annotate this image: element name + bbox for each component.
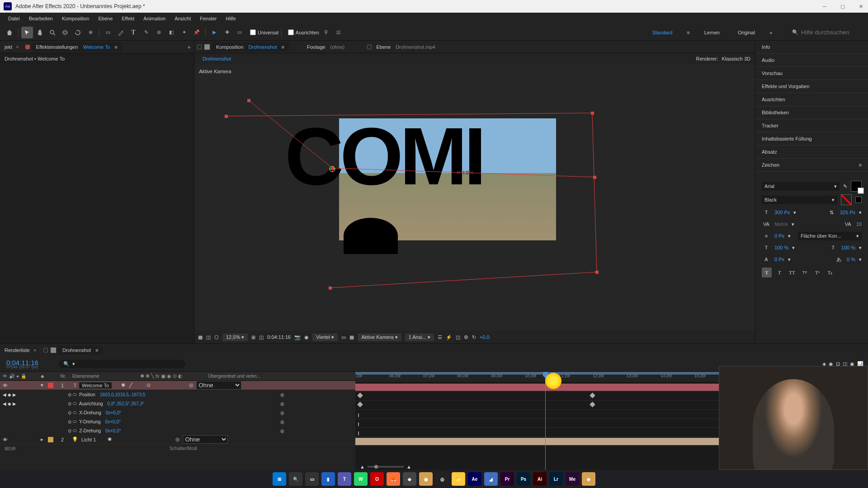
toggle-switches-icon[interactable]: ⚙ [12, 446, 16, 451]
transparency-icon[interactable]: ▦ [349, 334, 354, 340]
mode-more-icon[interactable]: » [769, 30, 772, 35]
vscale-value[interactable]: 100 % [841, 245, 855, 250]
home-button[interactable] [4, 27, 15, 38]
mode-lernen[interactable]: Lernen [701, 28, 723, 37]
stroke-swatch[interactable] [841, 194, 852, 205]
keyframe-nav-icon[interactable]: ⬭ [73, 419, 77, 424]
switch-column-icon[interactable]: fx [156, 373, 160, 379]
switches-modes-label[interactable]: Schalter/Modi [170, 446, 197, 451]
alpha-icon[interactable]: ▦ [198, 334, 203, 340]
lock-column-icon[interactable]: 🔒 [21, 374, 26, 379]
font-size-value[interactable]: 300 Px [774, 210, 790, 215]
toggle-switches-icon[interactable]: ⊞ [5, 446, 8, 451]
pan-behind-tool[interactable]: ⊕ [85, 27, 96, 38]
property-row[interactable]: ⊙ ⬭ X-Drehung0x+0,0°◎ [0, 408, 355, 417]
menu-datei[interactable]: Datei [4, 14, 24, 23]
italic-button[interactable]: T [774, 267, 784, 277]
ausrichten-checkbox[interactable] [288, 29, 294, 35]
panel-overflow-icon[interactable]: » [184, 44, 194, 50]
tab-project[interactable]: jekt× [0, 42, 24, 52]
switch-column-icon[interactable]: ▣ [161, 373, 165, 379]
mode-standard[interactable]: Standard [649, 28, 676, 37]
panel-vorschau[interactable]: Vorschau [755, 67, 868, 80]
property-row[interactable]: ⊙ ⬭ Y-Drehung0x+0,0°◎ [0, 417, 355, 426]
lock-icon[interactable] [25, 45, 30, 49]
eraser-tool[interactable]: ◧ [165, 27, 177, 38]
tab-layer[interactable]: Ebene Drohnenshot.mp4 [363, 42, 439, 52]
menu-bearbeiten[interactable]: Bearbeiten [24, 14, 57, 23]
taskbar-app2[interactable]: ◉ [419, 472, 433, 486]
pickwhip-icon[interactable]: ◎ [280, 428, 284, 433]
property-value[interactable]: 0x+0,0° [106, 410, 121, 415]
audio-column-icon[interactable]: 🔊 [9, 374, 14, 379]
panel-inhaltsbasierte-füllung[interactable]: Inhaltsbasierte Füllung [755, 132, 868, 145]
panel-absatz[interactable]: Absatz [755, 145, 868, 159]
view-axis-tool[interactable]: ▭ [234, 27, 245, 38]
tab-composition[interactable]: Komposition Drohnenshot ≡ [212, 42, 289, 52]
switch-column-icon[interactable]: ◉ [167, 373, 171, 379]
stopwatch-icon[interactable]: ⊙ [68, 401, 71, 406]
reset-exposure-icon[interactable]: ↻ [472, 334, 476, 340]
mode-menu-icon[interactable]: ≡ [687, 30, 689, 35]
layername-column-header[interactable]: Ebenenname [72, 374, 140, 379]
zeichen-header[interactable]: Zeichen ≡ [755, 159, 868, 172]
property-value[interactable]: 1603,0,1016,5,-1873,5 [100, 392, 146, 397]
tsume-value[interactable]: 0 % [847, 257, 855, 262]
property-value[interactable]: 0x+0,0° [105, 419, 121, 424]
taskbar-illustrator[interactable]: Ai [533, 472, 547, 486]
pickwhip-icon[interactable]: ◎ [280, 392, 284, 397]
switch-column-icon[interactable]: ╲ [151, 373, 154, 379]
orbit-tool[interactable] [59, 27, 71, 38]
menu-animation[interactable]: Animation [139, 14, 170, 23]
panel-menu-icon[interactable]: ≡ [859, 162, 862, 168]
layer-name-input[interactable]: Welcome To [79, 382, 112, 389]
exposure-value[interactable]: +0,0 [480, 334, 490, 340]
brush-tool[interactable]: ✎ [140, 27, 152, 38]
channel-icon[interactable]: ◉ [304, 334, 309, 340]
color-swatch[interactable] [851, 181, 862, 192]
type-tool[interactable]: T [127, 27, 139, 38]
eye-column-icon[interactable]: 👁 [3, 374, 7, 379]
taskbar-app1[interactable]: ◆ [403, 472, 416, 486]
taskbar-teams[interactable]: T [338, 472, 351, 486]
res-icon[interactable]: ◫ [206, 334, 211, 340]
font-dropdown[interactable]: Arial▾ [762, 182, 840, 191]
keyframe-nav-icon[interactable]: ⬭ [73, 401, 77, 406]
panel-audio[interactable]: Audio [755, 54, 868, 67]
allcaps-button[interactable]: TT [787, 267, 797, 277]
world-axis-tool[interactable]: ✚ [221, 27, 233, 38]
switch-column-icon[interactable]: ⊙ [173, 373, 177, 379]
zoom-in-icon[interactable]: ▲ [406, 464, 411, 469]
menu-ebene[interactable]: Ebene [94, 14, 117, 23]
taskbar-taskview[interactable]: ▭ [305, 472, 319, 486]
taskbar-widgets[interactable]: ▮ [321, 472, 335, 486]
pen-tool[interactable] [115, 27, 127, 38]
menu-effekt[interactable]: Effekt [117, 14, 139, 23]
stopwatch-icon[interactable]: ⊙ [68, 392, 71, 397]
eye-icon[interactable]: 👁 [3, 437, 8, 442]
fast-preview-icon[interactable]: ⚡ [446, 334, 452, 340]
pickwhip-icon[interactable]: ◎ [280, 410, 284, 415]
panel-effekte-und-vorgaben[interactable]: Effekte und Vorgaben [755, 80, 868, 93]
pixel-aspect-icon[interactable]: ☰ [438, 334, 442, 340]
label-color[interactable] [48, 383, 53, 388]
toggle-switches-icon[interactable]: ⊡ [8, 446, 12, 451]
bold-button[interactable]: T [762, 267, 772, 277]
layer-row[interactable]: 👁 ▾ 1 T Welcome To ✱ ╱ ⊙ ◎ Ohne [0, 381, 355, 390]
mask-icon[interactable]: ⬡ [214, 334, 219, 340]
tab-menu-icon[interactable]: ≡ [115, 44, 118, 50]
taskbar-search[interactable]: 🔍 [289, 472, 302, 486]
layer-row[interactable]: 👁 ▸ 2 💡 Licht 1 ✱ ◎ Ohne [0, 435, 355, 444]
parent-dropdown[interactable]: Ohne [196, 381, 241, 389]
close-button[interactable]: ✕ [857, 3, 864, 10]
tracking-value[interactable]: 10 [856, 221, 862, 227]
smallcaps-button[interactable]: Tᴛ [800, 267, 810, 277]
tab-footage[interactable]: Footage (ohne) [302, 42, 349, 52]
flowchart-icon[interactable]: ⚙ [464, 334, 468, 340]
zoom-tool[interactable] [47, 27, 58, 38]
taskbar-photoshop[interactable]: Ps [517, 472, 530, 486]
zoom-out-icon[interactable]: ▲ [360, 464, 365, 469]
label-color[interactable] [48, 437, 53, 442]
guides-icon[interactable]: ◫ [259, 334, 264, 340]
taskbar-firefox[interactable]: 🦊 [387, 472, 400, 486]
